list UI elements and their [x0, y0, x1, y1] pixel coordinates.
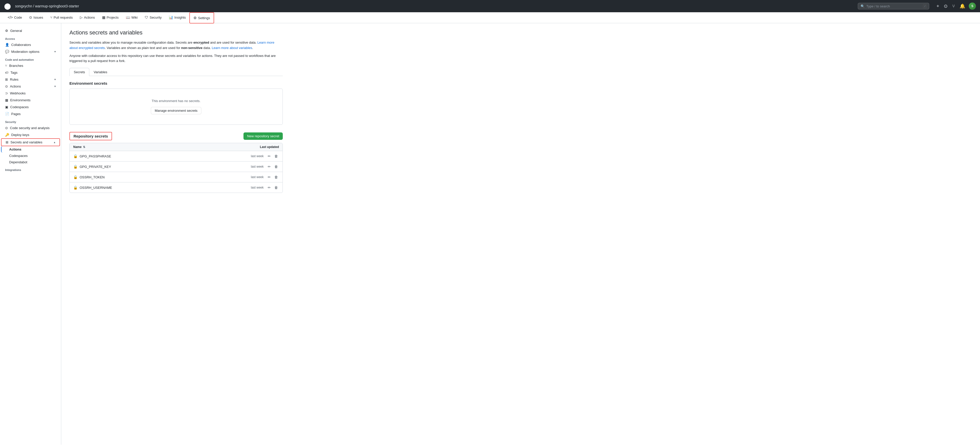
- table-header-updated: Last updated: [243, 145, 279, 149]
- sidebar-label-tags: Tags: [11, 71, 18, 75]
- repo-name-link[interactable]: warmup-springboot3-starter: [35, 4, 79, 8]
- pages-icon: 📄: [5, 112, 9, 116]
- general-icon: ⚙: [5, 29, 8, 33]
- code-security-icon: ⊙: [5, 126, 8, 130]
- secret-updated-4: last week: [228, 186, 264, 189]
- description-line1: Secrets and variables allow you to manag…: [69, 41, 193, 44]
- tab-security-label: Security: [150, 16, 162, 19]
- secrets-table-header: Name ⇅ Last updated: [70, 143, 283, 151]
- secret-name-4: OSSRH_USERNAME: [80, 186, 228, 190]
- tab-variables-label: Variables: [94, 70, 107, 74]
- table-row: 🔒 OSSRH_USERNAME last week ✏ 🗑: [70, 183, 283, 193]
- settings-sidebar: ⚙ General Access 👤 Collaborators 💬 Moder…: [0, 23, 61, 445]
- edit-secret-button-3[interactable]: ✏: [267, 175, 272, 179]
- pull-requests-icon: ⑂: [50, 15, 52, 19]
- table-row: 🔒 OSSRH_TOKEN last week ✏ 🗑: [70, 172, 283, 183]
- sidebar-label-rules: Rules: [10, 78, 18, 81]
- tab-settings-label: Settings: [198, 16, 210, 20]
- moderation-icon: 💬: [5, 50, 9, 54]
- sidebar-item-collaborators[interactable]: 👤 Collaborators: [1, 41, 60, 48]
- description-bold1: encrypted: [193, 41, 209, 44]
- insights-icon: 📊: [169, 15, 173, 19]
- lock-icon-2: 🔒: [73, 165, 78, 169]
- create-new-button[interactable]: +: [935, 3, 940, 10]
- manage-environment-secrets-button[interactable]: Manage environment secrets: [151, 107, 201, 114]
- tab-secrets[interactable]: Secrets: [69, 68, 89, 76]
- sidebar-sub-label-dependabot: Dependabot: [9, 160, 27, 164]
- secrets-variables-tabs: Secrets Variables: [69, 68, 283, 76]
- search-input[interactable]: [866, 4, 921, 8]
- sidebar-item-environments[interactable]: ▦ Environments: [1, 97, 60, 103]
- delete-secret-button-3[interactable]: 🗑: [273, 175, 279, 179]
- sidebar-label-webhooks: Webhooks: [10, 91, 25, 95]
- sidebar-item-branches[interactable]: ⑂ Branches: [1, 62, 60, 69]
- sidebar-section-code-automation: Code and automation: [0, 55, 61, 62]
- wiki-icon: 📖: [126, 15, 130, 19]
- pull-requests-icon-button[interactable]: ⑂: [951, 3, 956, 10]
- edit-secret-button-1[interactable]: ✏: [267, 154, 272, 159]
- tab-actions-label: Actions: [84, 16, 95, 19]
- tab-insights-label: Insights: [174, 16, 186, 19]
- sidebar-item-secrets-variables[interactable]: ⊞ Secrets and variables ▴: [1, 138, 60, 146]
- table-header-name: Name ⇅: [73, 145, 243, 149]
- search-bar[interactable]: 🔍 /: [858, 3, 929, 10]
- avatar[interactable]: S: [969, 3, 976, 10]
- secret-actions-2: ✏ 🗑: [267, 164, 279, 169]
- environments-icon: ▦: [5, 98, 8, 102]
- lock-icon-1: 🔒: [73, 154, 78, 158]
- tab-code[interactable]: </> Code: [4, 12, 25, 23]
- tab-pull-requests-label: Pull requests: [54, 16, 73, 19]
- secret-updated-3: last week: [228, 175, 264, 179]
- repo-navigation: </> Code ⊙ Issues ⑂ Pull requests ▷ Acti…: [0, 12, 980, 23]
- sidebar-item-general[interactable]: ⚙ General: [1, 27, 60, 34]
- sidebar-label-secrets-variables: Secrets and variables: [11, 140, 42, 144]
- tab-settings[interactable]: ⚙ Settings: [189, 12, 214, 24]
- tab-code-label: Code: [14, 16, 22, 19]
- issues-icon: ⊙: [29, 15, 32, 19]
- table-row: 🔒 GPG_PASSPHRASE last week ✏ 🗑: [70, 151, 283, 162]
- tab-variables[interactable]: Variables: [89, 68, 111, 76]
- actions-sidebar-icon: ⊙: [5, 84, 8, 88]
- tab-issues[interactable]: ⊙ Issues: [25, 12, 47, 23]
- tab-insights[interactable]: 📊 Insights: [165, 12, 189, 23]
- tab-pull-requests[interactable]: ⑂ Pull requests: [47, 12, 76, 23]
- sidebar-label-code-security: Code security and analysis: [10, 126, 49, 130]
- delete-secret-button-4[interactable]: 🗑: [273, 185, 279, 190]
- tab-actions[interactable]: ▷ Actions: [76, 12, 99, 23]
- sidebar-item-rules[interactable]: ⊞ Rules ▾: [1, 76, 60, 83]
- sidebar-item-codespaces[interactable]: ▣ Codespaces: [1, 103, 60, 111]
- notifications-button[interactable]: 🔔: [959, 2, 966, 10]
- issues-icon-button[interactable]: ⊙: [943, 2, 948, 10]
- sidebar-item-actions[interactable]: ⊙ Actions ▾: [1, 83, 60, 90]
- sidebar-item-deploy-keys[interactable]: 🔑 Deploy keys: [1, 132, 60, 138]
- sidebar-sub-item-dependabot[interactable]: Dependabot: [1, 159, 60, 165]
- repo-owner-link[interactable]: songxychn: [15, 4, 32, 8]
- sidebar-item-moderation[interactable]: 💬 Moderation options ▾: [1, 48, 60, 55]
- description-bold2: non-sensitive: [181, 46, 203, 50]
- code-icon: </>: [8, 15, 13, 19]
- rules-icon: ⊞: [5, 78, 8, 81]
- sidebar-item-pages[interactable]: 📄 Pages: [1, 111, 60, 117]
- edit-secret-button-4[interactable]: ✏: [267, 185, 272, 190]
- env-secrets-empty-text: This environment has no secrets.: [75, 99, 277, 103]
- tab-projects[interactable]: ▦ Projects: [99, 12, 122, 23]
- secrets-icon: ⊞: [6, 140, 8, 144]
- secret-actions-3: ✏ 🗑: [267, 175, 279, 179]
- sidebar-sub-item-actions[interactable]: Actions: [1, 146, 60, 152]
- sidebar-item-tags[interactable]: 🏷 Tags: [1, 69, 60, 76]
- sidebar-section-integrations: Integrations: [0, 165, 61, 173]
- sidebar-item-webhooks[interactable]: ⊃ Webhooks: [1, 90, 60, 97]
- sidebar-label-moderation: Moderation options: [11, 50, 40, 54]
- learn-more-variables-link[interactable]: Learn more about variables: [212, 46, 252, 50]
- actions-icon: ▷: [80, 15, 83, 19]
- new-repository-secret-button[interactable]: New repository secret: [243, 132, 283, 140]
- delete-secret-button-2[interactable]: 🗑: [273, 164, 279, 169]
- edit-secret-button-2[interactable]: ✏: [267, 164, 272, 169]
- sidebar-item-code-security[interactable]: ⊙ Code security and analysis: [1, 124, 60, 132]
- sidebar-sub-item-codespaces[interactable]: Codespaces: [1, 152, 60, 159]
- delete-secret-button-1[interactable]: 🗑: [273, 154, 279, 159]
- tab-security[interactable]: 🛡 Security: [141, 12, 165, 23]
- tab-projects-label: Projects: [107, 16, 119, 19]
- secret-name-2: GPG_PRIVATE_KEY: [80, 165, 228, 169]
- tab-wiki[interactable]: 📖 Wiki: [122, 12, 142, 23]
